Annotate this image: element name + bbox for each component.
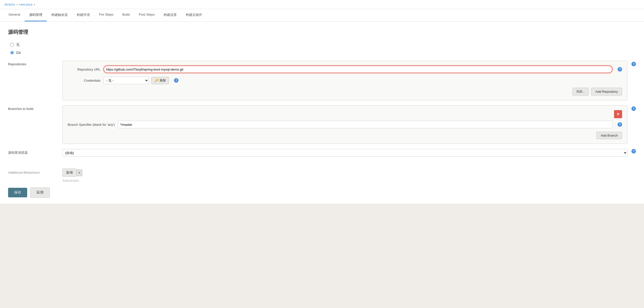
repo-url-label: Repository URL <box>68 68 100 71</box>
apply-button[interactable]: 应用 <box>30 188 50 198</box>
repo-url-input[interactable] <box>103 66 613 73</box>
branches-label: Branches to build <box>8 105 58 111</box>
tab-presteps[interactable]: Pre Steps <box>94 9 118 21</box>
new-button-main[interactable]: 新增 <box>62 169 76 177</box>
branch-specifier-input[interactable] <box>118 121 613 128</box>
branches-help-icon[interactable]: ? <box>631 106 636 111</box>
tab-goujianhouops[interactable]: 构建后操作 <box>181 9 207 21</box>
breadcrumb: Jenkins › new-java › <box>0 0 644 9</box>
tabs-row: General 源码管理 构建触发器 构建环境 Pre Steps Build … <box>0 9 644 22</box>
branch-header: ✕ <box>68 110 622 118</box>
source-browser-select[interactable]: (自动) <box>62 149 627 157</box>
tab-build[interactable]: Build <box>118 9 134 21</box>
section-title: 源码管理 <box>8 29 636 36</box>
credentials-help-icon[interactable]: ? <box>174 78 178 83</box>
repo-url-row: Repository URL ? <box>68 66 622 73</box>
advanced-button[interactable]: 高级... <box>573 88 589 96</box>
tab-yuanma[interactable]: 源码管理 <box>25 9 47 21</box>
add-credentials-label: 添加 <box>160 78 166 83</box>
tab-goujianshezhi[interactable]: 构建设置 <box>159 9 181 21</box>
tab-gouchujian[interactable]: 构建触发器 <box>47 9 72 21</box>
save-button[interactable]: 保存 <box>8 188 27 197</box>
credentials-row: Credentials - 无 - 🔑 添加 ? <box>68 77 622 84</box>
source-browser-row: 源码库浏览器 (自动) ? <box>8 149 636 157</box>
repositories-label: Repositories <box>8 61 58 66</box>
breadcrumb-sep2: › <box>34 3 35 6</box>
repositories-help-icon[interactable]: ? <box>631 62 636 66</box>
tab-general[interactable]: General <box>4 9 25 21</box>
source-browser-label: 源码库浏览器 <box>8 149 58 155</box>
branch-specifier-row: Branch Specifier (blank for 'any') ? <box>68 121 622 128</box>
credentials-select[interactable]: - 无 - <box>103 77 149 84</box>
new-split-button: 新增 ▾ <box>62 169 636 177</box>
radio-git-input[interactable] <box>10 51 14 55</box>
branch-actions: Add Branch <box>68 132 622 139</box>
add-credentials-button[interactable]: 🔑 添加 <box>151 77 169 84</box>
radio-none-input[interactable] <box>10 43 14 47</box>
source-browser-help-icon[interactable]: ? <box>631 149 636 153</box>
tab-poststeps[interactable]: Post Steps <box>134 9 159 21</box>
breadcrumb-sep1: › <box>17 3 18 6</box>
new-button-arrow[interactable]: ▾ <box>76 169 82 176</box>
bottom-action-bar: 保存 应用 <box>8 188 636 198</box>
breadcrumb-jenkins[interactable]: Jenkins <box>4 3 15 6</box>
repo-url-help-icon[interactable]: ? <box>618 67 622 72</box>
radio-none[interactable]: 无 <box>10 43 636 47</box>
section-yuanma: 源码管理 无 Git Repositories Repository URL <box>0 22 644 169</box>
main-content: General 源码管理 构建触发器 构建环境 Pre Steps Build … <box>0 9 644 204</box>
subversion-label: Subversion <box>62 177 636 182</box>
credentials-label: Credentials <box>68 79 100 82</box>
repo-actions: 高级... Add Repository <box>68 88 622 96</box>
repositories-field-area: Repository URL ? Credentials - 无 - 🔑 <box>62 61 627 100</box>
remove-branch-button[interactable]: ✕ <box>614 110 622 118</box>
breadcrumb-project[interactable]: new-java <box>19 3 32 6</box>
branch-specifier-label: Branch Specifier (blank for 'any') <box>68 123 115 127</box>
tab-goujianhuanjing[interactable]: 构建环境 <box>72 9 94 21</box>
key-icon: 🔑 <box>155 79 158 82</box>
radio-git[interactable]: Git <box>10 51 636 55</box>
additional-label: Additional Behaviours <box>8 169 58 174</box>
radio-none-label: 无 <box>16 43 20 47</box>
credentials-controls: - 无 - 🔑 添加 <box>103 77 169 84</box>
branches-field-area: ✕ Branch Specifier (blank for 'any') ? A… <box>62 105 627 144</box>
branches-row: Branches to build ✕ Branch Specifier (bl… <box>8 105 636 144</box>
add-branch-button[interactable]: Add Branch <box>596 132 622 139</box>
radio-group: 无 Git <box>10 43 636 55</box>
add-repository-button[interactable]: Add Repository <box>591 88 622 96</box>
bottom-section: Additional Behaviours 新增 ▾ Subversion 保存… <box>0 169 644 204</box>
radio-git-label: Git <box>16 51 21 55</box>
repositories-row: Repositories Repository URL ? Credential… <box>8 61 636 100</box>
branch-specifier-help-icon[interactable]: ? <box>618 122 622 127</box>
